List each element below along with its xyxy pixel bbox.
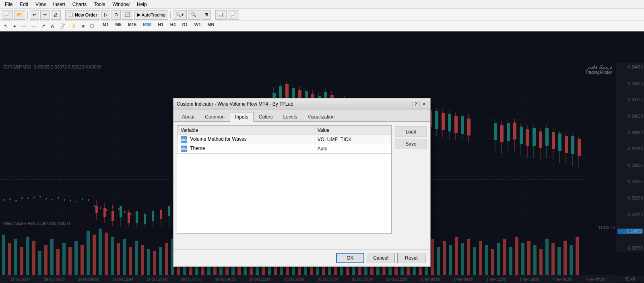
channel-tool[interactable]: ≡ xyxy=(80,22,87,31)
tab-visualization[interactable]: Visualization xyxy=(302,112,340,122)
line-tool[interactable]: — xyxy=(19,22,28,31)
zoom-out-button[interactable]: 🔍- xyxy=(188,10,201,20)
timeframe-mn[interactable]: MN xyxy=(204,22,217,31)
load-button[interactable]: Load xyxy=(395,127,427,137)
timeframe-m30[interactable]: M30 xyxy=(140,22,154,31)
expand-tool[interactable]: ⊡ xyxy=(88,22,96,31)
dialog-table-area: Variable Value abc Volume Method for Wav… xyxy=(177,125,392,246)
separator-3 xyxy=(170,11,171,19)
new-order-button[interactable]: 📋 New Order xyxy=(65,10,100,20)
drawing-toolbar: ↖ + — — ↗ A 📝 ⚡ ≡ ⊡ M1 M5 M15 M30 H1 H4 … xyxy=(0,21,644,31)
tab-levels[interactable]: Levels xyxy=(278,112,302,122)
cancel-button[interactable]: Cancel xyxy=(367,253,395,263)
separator-2 xyxy=(63,11,63,19)
toolbar-print[interactable]: 🖨 xyxy=(51,10,61,20)
indicators-button[interactable]: 📊 xyxy=(215,10,227,20)
menu-insert[interactable]: Insert xyxy=(50,1,68,8)
auto-trading-icon: ▶ xyxy=(137,12,140,17)
text-tool[interactable]: A xyxy=(48,22,56,31)
modal-overlay: Custom Indicator - Weis Volume Flow MT4 … xyxy=(0,31,644,283)
row2-value: Auto xyxy=(314,144,391,154)
tab-common[interactable]: Common xyxy=(200,112,230,122)
tab-about[interactable]: About xyxy=(177,112,200,122)
dialog: Custom Indicator - Weis Volume Flow MT4 … xyxy=(173,98,431,267)
inputs-table: Variable Value abc Volume Method for Wav… xyxy=(177,125,391,154)
tab-inputs[interactable]: Inputs xyxy=(230,112,254,122)
trendline-button[interactable]: 📈 xyxy=(228,10,239,20)
chart-canvas: EURGBP,M30 0.83035 0.83072 0.83023 0.830… xyxy=(0,31,644,283)
dialog-inner-layout: Variable Value abc Volume Method for Wav… xyxy=(177,125,427,246)
menu-view[interactable]: View xyxy=(32,1,49,8)
new-order-icon: 📋 xyxy=(68,12,74,17)
cursor-tool[interactable]: ↖ xyxy=(2,22,10,31)
timeframe-h4[interactable]: H4 xyxy=(167,22,179,31)
toolbar: 📈 📂 ↩ ↪ 🖨 📋 New Order ▷ ⊙ 🔄 ▶ AutoTradin… xyxy=(0,9,644,21)
table-row[interactable]: abc Theme Auto xyxy=(178,144,391,154)
row1-variable: abc Volume Method for Waves xyxy=(178,135,314,144)
crosshair-tool[interactable]: + xyxy=(11,22,18,31)
menu-tools[interactable]: Tools xyxy=(91,1,108,8)
timeframe-m1[interactable]: M1 xyxy=(100,22,111,31)
timeframe-w1[interactable]: W1 xyxy=(192,22,204,31)
menu-window[interactable]: Window xyxy=(109,1,133,8)
menu-help[interactable]: Help xyxy=(134,1,150,8)
timeframe-m5[interactable]: M5 xyxy=(112,22,124,31)
menu-bar: File Edit View Insert Charts Tools Windo… xyxy=(0,0,644,9)
hline-tool[interactable]: — xyxy=(29,22,38,31)
fit-button[interactable]: ⊞ xyxy=(202,10,211,20)
separator-4 xyxy=(213,11,213,19)
timeframe-h1[interactable]: H1 xyxy=(155,22,167,31)
menu-file[interactable]: File xyxy=(2,1,16,8)
col-variable: Variable xyxy=(178,126,314,135)
auto-trading-button[interactable]: ▶ AutoTrading xyxy=(134,10,169,20)
dialog-titlebar[interactable]: Custom Indicator - Weis Volume Flow MT4 … xyxy=(173,98,430,110)
toolbar-open[interactable]: 📂 xyxy=(14,10,25,20)
row2-icon: abc xyxy=(181,146,187,152)
save-button[interactable]: Save xyxy=(395,139,427,149)
row2-variable-text: Theme xyxy=(190,146,205,151)
row2-variable: abc Theme xyxy=(178,144,314,154)
zoom-in-button[interactable]: 🔍+ xyxy=(173,10,186,20)
toolbar-new-chart[interactable]: 📈 xyxy=(2,10,13,20)
timeframe-d1[interactable]: D1 xyxy=(180,22,191,31)
menu-edit[interactable]: Edit xyxy=(17,1,31,8)
row1-icon: abc xyxy=(181,136,187,143)
separator-1 xyxy=(27,11,28,19)
dialog-title: Custom Indicator - Weis Volume Flow MT4 … xyxy=(177,101,293,107)
dialog-bottom: OK Cancel Reset xyxy=(173,249,430,266)
trendline-draw-tool[interactable]: ↗ xyxy=(39,22,47,31)
dialog-help-button[interactable]: ? xyxy=(413,101,419,107)
new-order-label: New Order xyxy=(75,12,97,17)
toolbar-undo[interactable]: ↩ xyxy=(30,10,39,20)
dialog-tabs: About Common Inputs Colors Levels Visual… xyxy=(173,110,430,122)
timeframe-m15[interactable]: M15 xyxy=(125,22,139,31)
dialog-controls: ? ✕ xyxy=(413,101,427,107)
toolbar-btn-4[interactable]: 🔄 xyxy=(122,10,133,20)
tab-colors[interactable]: Colors xyxy=(254,112,278,122)
reset-button[interactable]: Reset xyxy=(397,253,425,263)
label-tool[interactable]: 📝 xyxy=(57,22,68,31)
dialog-close-button[interactable]: ✕ xyxy=(421,101,427,107)
menu-charts[interactable]: Charts xyxy=(69,1,90,8)
row1-variable-text: Volume Method for Waves xyxy=(190,136,246,142)
dialog-right-buttons: Load Save xyxy=(392,125,427,246)
row1-value: VOLUME_TICK xyxy=(314,135,391,144)
fib-tool[interactable]: ⚡ xyxy=(68,22,79,31)
toolbar-redo[interactable]: ↪ xyxy=(40,10,50,20)
auto-trading-label: AutoTrading xyxy=(142,12,166,17)
inputs-table-container: Variable Value abc Volume Method for Wav… xyxy=(177,125,392,234)
toolbar-btn-2[interactable]: ▷ xyxy=(101,10,110,20)
col-value: Value xyxy=(314,126,391,135)
ok-button[interactable]: OK xyxy=(336,253,364,263)
toolbar-btn-3[interactable]: ⊙ xyxy=(111,10,121,20)
table-row[interactable]: abc Volume Method for Waves VOLUME_TICK xyxy=(178,135,391,144)
dialog-content: Variable Value abc Volume Method for Wav… xyxy=(173,122,430,249)
tf-separator xyxy=(98,22,98,30)
